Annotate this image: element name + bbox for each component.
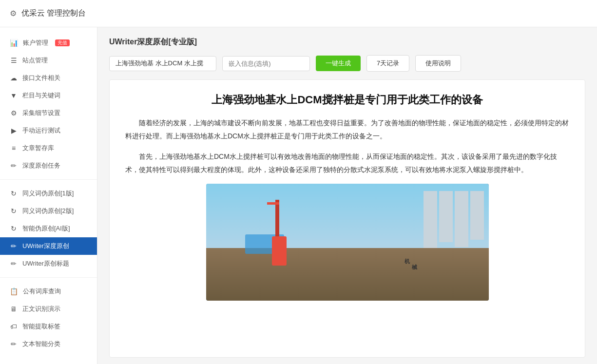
header: ⚙ 优采云 管理控制台 xyxy=(0,0,597,27)
sidebar-label-uwriter-title: UWriter原创标题 xyxy=(22,259,69,268)
sidebar-label-site: 站点管理 xyxy=(22,56,48,65)
sidebar-item-classify[interactable]: ✏ 文本智能分类 xyxy=(0,335,97,353)
sidebar-item-manual[interactable]: ▶ 手动运行测试 xyxy=(0,122,97,139)
sidebar-item-pseudo1[interactable]: ↻ 同义词伪原创[1版] xyxy=(0,185,97,202)
image-buildings xyxy=(424,191,484,249)
article-para-2: 首先，上海强劲地基水上DCM水上搅拌桩可以有效地改善地面的物理性能，从而保证地面… xyxy=(125,150,569,176)
cloud-icon: ☁ xyxy=(10,74,18,82)
refresh3-icon: ↻ xyxy=(10,225,18,232)
sidebar-label-uwriter: UWriter深度原创 xyxy=(22,242,69,250)
monitor-icon: 🖥 xyxy=(10,305,18,313)
sidebar-item-columns[interactable]: ▼ 栏目与关键词 xyxy=(0,87,97,104)
article-para-1: 随着经济的发展，上海的城市建设不断向前发展，地基工程也变得日益重要。为了改善地面… xyxy=(125,116,569,142)
help-button[interactable]: 使用说明 xyxy=(415,55,461,72)
sidebar-item-recog[interactable]: 🖥 正文识别演示 xyxy=(0,300,97,318)
main-content: UWriter深度原创[专业版] 一键生成 7天记录 使用说明 上海强劲地基水上… xyxy=(97,27,597,364)
building-2 xyxy=(439,191,453,242)
divider-2 xyxy=(0,277,97,278)
sidebar-item-tags[interactable]: 🏷 智能提取标签 xyxy=(0,318,97,335)
sidebar-label-tags: 智能提取标签 xyxy=(22,322,60,331)
sidebar-label-deep-task: 深度原创任务 xyxy=(22,161,60,170)
edit-icon: ✏ xyxy=(10,162,18,170)
sidebar-label-collect: 采集细节设置 xyxy=(22,109,60,117)
uwriter-icon: ✏ xyxy=(10,242,18,250)
article-title: 上海强劲地基水上DCM搅拌桩是专门用于此类工作的设备 xyxy=(125,92,569,108)
sidebar-label-recog: 正文识别演示 xyxy=(22,305,60,313)
image-ground xyxy=(206,248,489,301)
play-icon: ▶ xyxy=(10,127,18,134)
settings-icon: ⚙ xyxy=(10,109,18,117)
sidebar-item-pseudo2[interactable]: ↻ 同义词伪原创[2版] xyxy=(0,202,97,220)
sidebar-section-1: 📊 账户管理 充值 ☰ 站点管理 ☁ 接口文件相关 ▼ 栏目与关键词 ⚙ 采集细… xyxy=(0,32,97,176)
sidebar-label-pseudo2: 同义词伪原创[2版] xyxy=(22,207,74,215)
app-title: 优采云 管理控制台 xyxy=(21,8,86,19)
gear-icon: ⚙ xyxy=(10,9,17,18)
sidebar-item-interface[interactable]: ☁ 接口文件相关 xyxy=(0,69,97,87)
article-content-box[interactable]: 上海强劲地基水上DCM搅拌桩是专门用于此类工作的设备 随着经济的发展，上海的城市… xyxy=(109,79,585,358)
sidebar-label-phrase: 公有词库查询 xyxy=(23,287,61,296)
phrase-icon: 📋 xyxy=(10,287,18,295)
classify-icon: ✏ xyxy=(10,340,18,348)
machine-pole xyxy=(275,200,279,239)
article-image: 机 械 xyxy=(206,184,489,301)
building-3 xyxy=(455,191,468,247)
machine-arm xyxy=(267,202,279,205)
sidebar-item-ai-pseudo[interactable]: ↻ 智能伪原创[AI版] xyxy=(0,220,97,237)
sidebar-label-columns: 栏目与关键词 xyxy=(22,91,60,100)
archive-icon: ≡ xyxy=(10,144,18,152)
sidebar-item-collect[interactable]: ⚙ 采集细节设置 xyxy=(0,104,97,122)
history-button[interactable]: 7天记录 xyxy=(366,55,409,72)
page-title: UWriter深度原创[专业版] xyxy=(109,37,585,47)
sidebar-item-account[interactable]: 📊 账户管理 充值 xyxy=(0,34,97,52)
sidebar-item-uwriter-title[interactable]: ✏ UWriter原创标题 xyxy=(0,255,97,272)
recharge-badge: 充值 xyxy=(55,39,70,46)
list-icon: ☰ xyxy=(10,57,18,64)
sidebar-section-2: ↻ 同义词伪原创[1版] ↻ 同义词伪原创[2版] ↻ 智能伪原创[AI版] ✏… xyxy=(0,183,97,274)
sidebar-label-account: 账户管理 xyxy=(23,38,48,47)
refresh-icon: ↻ xyxy=(10,190,18,197)
uwriter-title-icon: ✏ xyxy=(10,260,18,268)
sidebar-item-archive[interactable]: ≡ 文章暂存库 xyxy=(0,139,97,157)
toolbar: 一键生成 7天记录 使用说明 xyxy=(109,55,585,72)
generate-button[interactable]: 一键生成 xyxy=(316,56,361,71)
keywords-input[interactable] xyxy=(109,56,216,71)
building-1 xyxy=(424,191,437,249)
sidebar-section-3: 📋 公有词库查询 🖥 正文识别演示 🏷 智能提取标签 ✏ 文本智能分类 xyxy=(0,281,97,355)
sidebar-item-phrase[interactable]: 📋 公有词库查询 xyxy=(0,283,97,300)
sidebar-item-deep-task[interactable]: ✏ 深度原创任务 xyxy=(0,157,97,174)
sidebar-label-pseudo1: 同义词伪原创[1版] xyxy=(22,189,74,198)
filter-icon: ▼ xyxy=(10,92,18,99)
sidebar-label-classify: 文本智能分类 xyxy=(22,340,60,348)
embed-input[interactable] xyxy=(222,56,310,71)
machine-body xyxy=(272,236,287,266)
building-4 xyxy=(470,191,484,240)
refresh2-icon: ↻ xyxy=(10,207,18,215)
sidebar: 📊 账户管理 充值 ☰ 站点管理 ☁ 接口文件相关 ▼ 栏目与关键词 ⚙ 采集细… xyxy=(0,27,97,364)
sidebar-label-manual: 手动运行测试 xyxy=(22,126,60,135)
main-layout: 📊 账户管理 充值 ☰ 站点管理 ☁ 接口文件相关 ▼ 栏目与关键词 ⚙ 采集细… xyxy=(0,27,597,364)
tag-icon: 🏷 xyxy=(10,323,18,330)
sidebar-item-site[interactable]: ☰ 站点管理 xyxy=(0,52,97,69)
chart-icon: 📊 xyxy=(10,39,18,47)
sidebar-label-interface: 接口文件相关 xyxy=(22,74,60,82)
image-machine xyxy=(265,202,294,266)
sidebar-item-uwriter[interactable]: ✏ UWriter深度原创 xyxy=(0,237,97,255)
sidebar-label-ai-pseudo: 智能伪原创[AI版] xyxy=(22,224,70,233)
sidebar-label-archive: 文章暂存库 xyxy=(22,144,54,153)
divider-1 xyxy=(0,179,97,180)
